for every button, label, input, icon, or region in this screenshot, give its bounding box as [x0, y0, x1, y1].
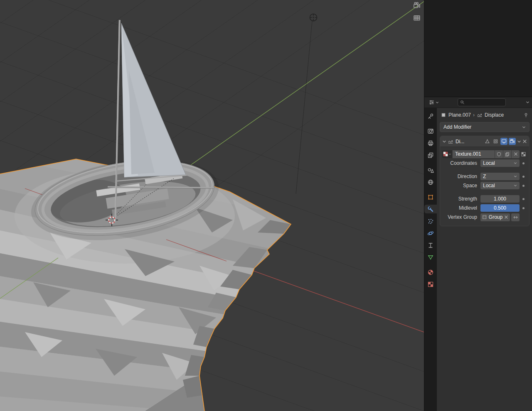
coordinates-dropdown[interactable]: Local — [480, 159, 520, 167]
tab-constraints[interactable] — [424, 241, 437, 250]
unlink-icon[interactable] — [511, 150, 520, 158]
properties-editor: Plane.007 › Displace Add Modifier — [424, 97, 532, 411]
chevron-down-icon — [522, 125, 526, 129]
animate-dot[interactable] — [522, 207, 525, 209]
vertex-group-row: Vertex Group Group — [442, 213, 527, 221]
direction-row: Direction Z — [442, 172, 527, 181]
space-row: Space Local — [442, 181, 527, 190]
viewport-scene — [0, 0, 424, 411]
tab-physics[interactable] — [424, 229, 437, 237]
displace-modifier-icon — [477, 112, 483, 118]
empty-object[interactable] — [310, 14, 317, 21]
invert-vertex-group-button[interactable] — [511, 213, 520, 221]
midlevel-slider[interactable]: 0.500 — [480, 204, 520, 212]
tab-object[interactable] — [424, 193, 437, 201]
breadcrumb-modifier[interactable]: Displace — [485, 112, 504, 118]
right-column: Plane.007 › Displace Add Modifier — [424, 0, 532, 411]
animate-dot[interactable] — [522, 176, 525, 178]
show-texture-button[interactable] — [520, 152, 527, 157]
breadcrumb-object[interactable]: Plane.007 — [448, 112, 471, 118]
space-label: Space — [442, 183, 480, 188]
fake-user-shield-icon[interactable] — [495, 150, 503, 158]
tab-particles[interactable] — [424, 217, 437, 225]
tab-render[interactable] — [424, 127, 437, 135]
midlevel-label: Midlevel — [442, 205, 480, 211]
blender-window: Plane.007 › Displace Add Modifier — [0, 0, 532, 411]
animate-dot[interactable] — [522, 162, 525, 164]
add-modifier-button[interactable]: Add Modifier — [440, 122, 530, 132]
add-modifier-label: Add Modifier — [443, 124, 471, 130]
displace-modifier-icon — [448, 139, 453, 144]
direction-label: Direction — [442, 174, 480, 179]
tab-material[interactable] — [424, 268, 437, 276]
camera-view-icon[interactable] — [412, 1, 421, 10]
orthographic-grid-icon[interactable] — [412, 13, 421, 22]
chevron-down-icon[interactable] — [526, 100, 530, 104]
coordinates-row: Coordinates Local — [442, 159, 527, 167]
viewport-display-toggle[interactable] — [500, 138, 507, 145]
on-cage-toggle[interactable] — [484, 138, 491, 145]
direction-dropdown[interactable]: Z — [480, 173, 520, 180]
animate-dot[interactable] — [522, 198, 525, 200]
tab-modifiers[interactable] — [424, 205, 437, 213]
tab-tool[interactable] — [424, 112, 437, 120]
coordinates-label: Coordinates — [442, 160, 480, 166]
object-data-icon — [441, 112, 446, 118]
midlevel-row: Midlevel 0.500 — [442, 204, 527, 212]
strength-field[interactable]: 1.000 — [480, 195, 520, 203]
properties-tab-strip — [424, 108, 437, 411]
edit-mode-toggle[interactable] — [492, 138, 499, 145]
tab-world[interactable] — [424, 178, 437, 186]
tab-scene[interactable] — [424, 166, 437, 174]
tab-view-layer[interactable] — [424, 151, 437, 159]
clear-icon[interactable] — [504, 215, 508, 219]
tab-texture[interactable] — [424, 280, 437, 289]
displace-modifier-panel: Di... — [440, 136, 530, 226]
space-dropdown[interactable]: Local — [480, 182, 520, 189]
expand-chevron-icon[interactable] — [442, 139, 446, 144]
animate-dot[interactable] — [522, 185, 525, 187]
properties-header — [424, 97, 532, 108]
properties-editor-icon — [429, 99, 435, 105]
strength-label: Strength — [442, 196, 480, 202]
chevron-down-icon — [514, 184, 517, 187]
duplicate-icon[interactable] — [503, 150, 511, 158]
tab-object-data[interactable] — [424, 253, 437, 262]
modifier-name[interactable]: Di... — [456, 139, 464, 144]
strength-row: Strength 1.000 — [442, 195, 527, 203]
render-display-toggle[interactable] — [509, 138, 516, 145]
vertex-group-label: Vertex Group — [442, 214, 480, 220]
texture-name-field[interactable]: Texture.001 — [452, 150, 495, 158]
vertex-group-icon — [482, 215, 487, 220]
texture-browse-thumbnail[interactable] — [442, 150, 452, 158]
breadcrumb: Plane.007 › Displace — [439, 109, 530, 121]
pin-icon[interactable] — [523, 113, 529, 118]
empty-editor-area — [424, 0, 532, 97]
3d-viewport[interactable] — [0, 0, 424, 411]
search-icon — [460, 100, 465, 105]
editor-type-button[interactable] — [427, 99, 440, 106]
texture-selector-row: Texture.001 — [442, 150, 527, 158]
chevron-down-icon — [436, 101, 439, 104]
modifier-header[interactable]: Di... — [440, 136, 529, 147]
extras-chevron-icon[interactable] — [517, 139, 521, 144]
close-icon[interactable] — [522, 139, 527, 144]
chevron-down-icon — [514, 175, 517, 178]
search-input[interactable] — [466, 99, 503, 106]
tab-output[interactable] — [424, 139, 437, 147]
breadcrumb-separator: › — [473, 112, 475, 118]
chevron-down-icon — [448, 153, 451, 156]
search-field[interactable] — [458, 98, 506, 106]
vertex-group-field[interactable]: Group — [480, 213, 510, 221]
chevron-down-icon — [514, 161, 517, 165]
